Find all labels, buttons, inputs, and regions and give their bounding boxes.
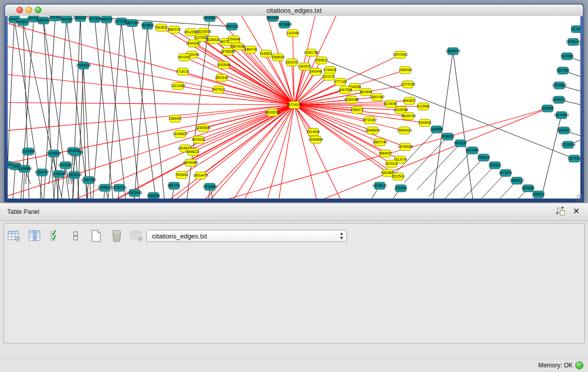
graph-node[interactable]: 12342757: [35, 169, 50, 176]
graph-node[interactable]: 2718120: [176, 68, 189, 75]
graph-node[interactable]: 7857224: [225, 23, 238, 30]
graph-node[interactable]: 1145194: [53, 170, 66, 178]
graph-node[interactable]: 19166829: [173, 130, 188, 138]
graph-node[interactable]: 15720407: [362, 117, 377, 124]
graph-node[interactable]: 2126065: [21, 148, 35, 155]
graph-node[interactable]: 1568520: [271, 54, 285, 61]
graph-node[interactable]: 16648794: [446, 48, 461, 55]
graph-node[interactable]: 9115460: [417, 103, 430, 110]
graph-node[interactable]: 5498222: [186, 148, 200, 156]
graph-node[interactable]: 16099488: [183, 159, 198, 166]
graph-node[interactable]: 18300295: [265, 109, 280, 116]
graph-node[interactable]: 8427512: [212, 86, 225, 93]
graph-node[interactable]: 16914479: [193, 172, 208, 179]
graph-node[interactable]: 8938923: [441, 133, 454, 140]
graph-node[interactable]: 2803144: [215, 74, 228, 81]
select-all-icon[interactable]: [48, 229, 62, 243]
graph-node[interactable]: 12505135: [67, 171, 82, 179]
memory-status-icon[interactable]: [575, 361, 583, 369]
graph-node[interactable]: 1965491: [168, 115, 182, 122]
graph-node[interactable]: 9245652: [521, 185, 535, 192]
graph-node[interactable]: 8813054: [266, 16, 279, 21]
graph-node[interactable]: 1615112: [385, 160, 398, 167]
graph-node[interactable]: 19384554: [309, 136, 323, 143]
graph-node[interactable]: 6216045: [384, 100, 397, 107]
graph-node[interactable]: 12093582: [552, 82, 567, 89]
graph-node[interactable]: 8115955: [541, 105, 554, 112]
graph-node[interactable]: 1699605: [418, 119, 431, 126]
close-panel-icon[interactable]: ✕: [573, 206, 580, 216]
graph-node[interactable]: 9350524: [147, 192, 160, 199]
graph-node[interactable]: 9242848: [217, 61, 230, 69]
graph-node[interactable]: 10961768: [304, 49, 319, 56]
graph-node[interactable]: 7504340: [60, 16, 73, 23]
graph-node[interactable]: 15751074: [566, 38, 580, 46]
graph-node[interactable]: 9777169: [334, 78, 347, 85]
graph-node[interactable]: 7986372: [351, 106, 364, 114]
graph-node[interactable]: 8471676: [499, 169, 512, 177]
show-columns-icon[interactable]: [28, 229, 42, 243]
graph-node[interactable]: 10973493: [393, 51, 408, 58]
create-table-icon[interactable]: [89, 229, 103, 243]
graph-node[interactable]: 20206536: [47, 150, 61, 157]
graph-node[interactable]: 9901967: [178, 54, 191, 61]
graph-node[interactable]: 16033809: [203, 16, 217, 21]
graph-node[interactable]: 9857791: [167, 182, 181, 189]
graph-node[interactable]: 9474444: [466, 147, 479, 154]
graph-node[interactable]: 1733426: [394, 185, 407, 192]
graph-node[interactable]: 12213389: [171, 82, 186, 90]
table-options-icon[interactable]: [7, 229, 21, 243]
graph-node[interactable]: 7632621: [488, 162, 502, 169]
graph-node[interactable]: 6794028: [323, 67, 337, 74]
delete-table-icon[interactable]: [110, 229, 124, 243]
graph-node[interactable]: 1055512: [532, 191, 545, 198]
graph-node[interactable]: 2935114: [477, 154, 490, 161]
graph-node[interactable]: 10654112: [510, 177, 525, 184]
graph-node[interactable]: 1112406: [571, 26, 580, 33]
graph-node[interactable]: 2522541: [391, 173, 405, 180]
graph-node[interactable]: 1332540: [286, 30, 299, 37]
graph-node[interactable]: 7663822: [155, 24, 168, 31]
float-window-icon[interactable]: [557, 208, 565, 215]
graph-node[interactable]: 1514545: [307, 128, 320, 136]
graph-node[interactable]: 1640954: [430, 126, 443, 133]
graph-node[interactable]: 7485063: [399, 67, 412, 74]
graph-node[interactable]: 9129966: [560, 53, 574, 60]
graph-node[interactable]: 10958107: [98, 184, 113, 191]
graph-node[interactable]: 20364486: [344, 96, 359, 103]
graph-node[interactable]: 8878332: [192, 136, 205, 143]
graph-node[interactable]: 9463627: [403, 97, 416, 104]
graph-node[interactable]: 6497568: [339, 86, 352, 94]
graph-node[interactable]: 1527602: [88, 16, 101, 23]
graph-node[interactable]: 10543382: [186, 40, 201, 47]
graph-node[interactable]: 6979197: [454, 140, 467, 147]
graph-node[interactable]: 17957253: [81, 177, 96, 184]
graph-node[interactable]: 18807249: [373, 139, 387, 146]
graph-node[interactable]: 9860123: [167, 26, 181, 33]
graph-node[interactable]: 12923448: [127, 189, 142, 196]
graph-node[interactable]: 12975185: [401, 81, 416, 88]
table-selector-dropdown[interactable]: citations_edges.txt ▲▼: [146, 230, 347, 242]
graph-node[interactable]: 10975487: [58, 162, 73, 169]
graph-node[interactable]: 19654923: [397, 127, 412, 134]
graph-node[interactable]: 3624554: [359, 89, 373, 96]
graph-node[interactable]: 10807487: [370, 94, 385, 101]
graph-node[interactable]: 19716485: [203, 183, 217, 190]
graph-node[interactable]: 1167533: [568, 155, 580, 162]
graph-node[interactable]: 9227343: [556, 67, 570, 74]
graph-node[interactable]: 1893544: [67, 147, 80, 155]
graph-node[interactable]: 7955812: [315, 57, 328, 64]
graph-node[interactable]: 19671355: [125, 19, 140, 27]
graph-node[interactable]: 7625402: [175, 171, 188, 179]
import-table-icon[interactable]: [130, 229, 144, 243]
network-canvas[interactable]: 1872400718300295986012389129551822605891…: [8, 16, 580, 199]
graph-node[interactable]: 10653287: [73, 16, 88, 21]
graph-node[interactable]: 8454749: [244, 46, 257, 53]
graph-node[interactable]: 12444151: [552, 96, 567, 103]
graph-node[interactable]: 10688809: [365, 127, 380, 134]
graph-node[interactable]: 12353594: [196, 124, 211, 132]
graph-node[interactable]: 26495794: [401, 113, 416, 120]
graph-node[interactable]: 9146821: [259, 50, 273, 57]
graph-node[interactable]: 1822203: [285, 59, 298, 66]
graph-node[interactable]: 17016534: [561, 141, 576, 148]
